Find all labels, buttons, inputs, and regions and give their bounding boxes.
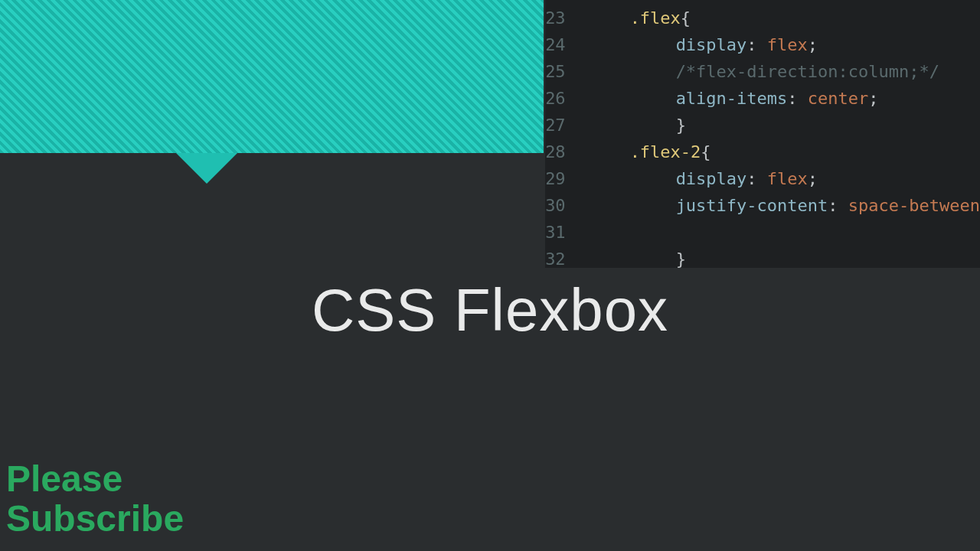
code-line[interactable] <box>584 219 980 246</box>
line-number: 26 <box>545 85 577 112</box>
token-punc: { <box>681 8 691 28</box>
line-number-gutter: 23242526272829303132 <box>545 0 577 268</box>
token-punc: { <box>701 142 710 161</box>
token-prop: display <box>676 35 747 54</box>
line-number: 25 <box>545 58 577 85</box>
line-number: 31 <box>545 219 577 246</box>
token-val: flex <box>767 35 808 54</box>
token-sel: .flex-2 <box>630 142 701 161</box>
subscribe-callout: Please Subscribe <box>6 459 184 539</box>
token-punc: ; <box>808 35 818 54</box>
token-punc: : <box>746 35 767 54</box>
token-punc: : <box>746 169 767 188</box>
code-line[interactable]: } <box>584 112 980 139</box>
code-line[interactable]: .flex{ <box>584 5 980 31</box>
token-val: space-between <box>848 196 980 215</box>
subscribe-line-1: Please <box>6 459 184 499</box>
token-punc: : <box>787 89 808 108</box>
code-line[interactable]: /*flex-direction:column;*/ <box>584 58 980 85</box>
token-punc: ; <box>868 89 878 108</box>
code-line[interactable]: } <box>584 246 980 268</box>
token-punc: } <box>676 116 686 135</box>
token-val: flex <box>767 169 808 188</box>
code-line[interactable]: display: flex; <box>584 31 980 58</box>
token-val: center <box>808 89 868 108</box>
line-number: 24 <box>545 31 577 58</box>
line-number: 23 <box>545 5 577 31</box>
code-area[interactable]: .flex{display: flex;/*flex-direction:col… <box>577 0 980 268</box>
code-line[interactable]: justify-content: space-between <box>584 192 980 219</box>
code-editor[interactable]: 23242526272829303132 .flex{display: flex… <box>545 0 980 268</box>
slide-title: CSS Flexbox <box>0 276 980 345</box>
token-prop: justify-content <box>676 196 828 215</box>
code-line[interactable]: align-items: center; <box>584 85 980 112</box>
token-sel: .flex <box>630 8 681 28</box>
code-line[interactable]: .flex-2{ <box>584 139 980 165</box>
line-number: 29 <box>545 165 577 192</box>
token-prop: display <box>676 169 747 188</box>
token-punc: : <box>828 196 848 215</box>
token-punc: ; <box>808 169 818 188</box>
token-punc: } <box>676 249 686 268</box>
line-number: 28 <box>545 139 577 165</box>
decorative-banner <box>0 0 544 153</box>
decorative-banner-tail <box>176 153 237 184</box>
subscribe-line-2: Subscribe <box>6 499 184 539</box>
line-number: 30 <box>545 192 577 219</box>
code-line[interactable]: display: flex; <box>584 165 980 192</box>
line-number: 27 <box>545 112 577 139</box>
line-number: 32 <box>545 246 577 268</box>
token-cmt: /*flex-direction:column;*/ <box>676 62 939 81</box>
token-prop: align-items <box>676 89 788 108</box>
